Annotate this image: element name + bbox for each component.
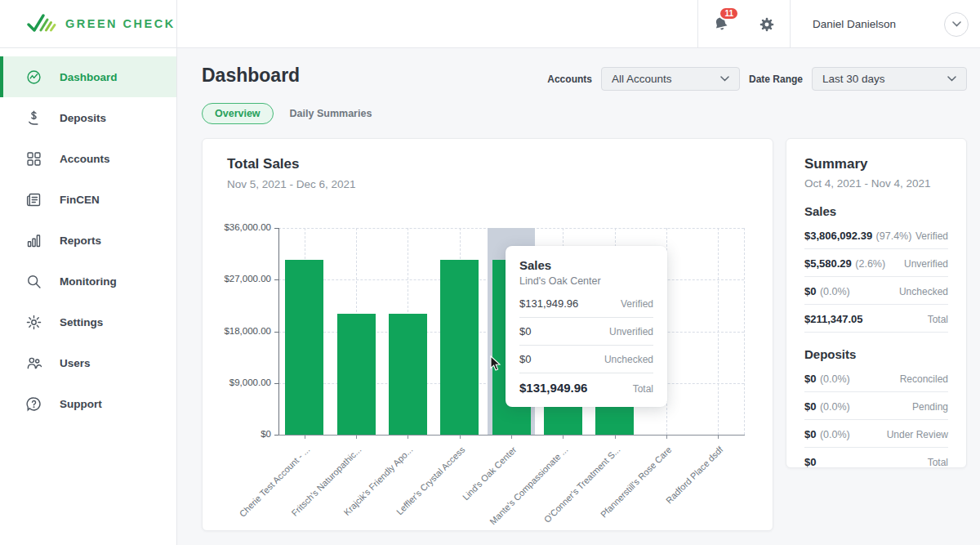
summary-row: $5,580.29 (2.6%) Unverified bbox=[804, 249, 948, 277]
y-axis-tick-label: $27,000.00 bbox=[203, 274, 271, 284]
y-axis-tick-label: $9,000.00 bbox=[203, 377, 271, 387]
y-axis-tick-label: $36,000.00 bbox=[203, 222, 271, 232]
summary-deposits-title: Deposits bbox=[804, 347, 948, 361]
v-gridline bbox=[744, 228, 745, 435]
x-axis-tick-label: Radford Place dsdf bbox=[626, 444, 725, 544]
x-axis-tick-label: Leffler's Crystal Access bbox=[368, 444, 467, 544]
bar-chart-icon bbox=[24, 231, 42, 249]
gear-icon bbox=[758, 16, 776, 34]
summary-sales-title: Sales bbox=[804, 204, 948, 218]
chevron-down-icon bbox=[936, 76, 956, 82]
sidebar-item-fincen[interactable]: FinCEN bbox=[0, 179, 176, 220]
notifications-button[interactable]: 11 bbox=[698, 0, 744, 48]
people-icon bbox=[24, 354, 42, 372]
user-menu[interactable]: Daniel Danielson bbox=[791, 0, 980, 48]
grid-icon bbox=[24, 150, 42, 168]
tooltip-account: Lind's Oak Center bbox=[519, 275, 653, 287]
y-axis-tick-label: $18,000.00 bbox=[203, 326, 271, 336]
gauge-icon bbox=[24, 68, 42, 86]
chart-date-range: Nov 5, 2021 - Dec 6, 2021 bbox=[227, 178, 356, 190]
tooltip-row: $131,949.96 Verified bbox=[519, 290, 653, 318]
gear-outline-icon bbox=[24, 313, 42, 331]
green-check-logo-icon bbox=[27, 13, 58, 34]
x-axis-tick-label: Pfannerstill's Rose Care bbox=[574, 444, 674, 544]
sidebar-item-deposits[interactable]: Deposits bbox=[0, 97, 176, 138]
brand-logo[interactable]: GREEN CHECK bbox=[0, 0, 176, 48]
chevron-down-icon bbox=[952, 21, 961, 27]
sidebar-item-reports[interactable]: Reports bbox=[0, 220, 176, 261]
sidebar-nav: Dashboard Deposits Accounts FinCEN bbox=[0, 48, 176, 424]
sidebar-item-monitoring[interactable]: Monitoring bbox=[0, 261, 176, 302]
dollar-icon bbox=[24, 109, 42, 127]
summary-total-row: $0 Total bbox=[804, 448, 948, 475]
y-axis-tick-label: $0 bbox=[203, 429, 271, 439]
x-axis-tick-label: Cherie Test Account - ... bbox=[212, 444, 312, 544]
bar-cherie-test-account-[interactable] bbox=[285, 260, 323, 435]
sidebar: GREEN CHECK Dashboard Deposits Accounts bbox=[0, 0, 177, 545]
tooltip-title: Sales bbox=[519, 258, 653, 272]
tab-daily-summaries[interactable]: Daily Summaries bbox=[290, 108, 372, 119]
summary-row: $0 (0.0%) Unchecked bbox=[804, 277, 948, 305]
summary-row: $3,806,092.39 (97.4%) Verified bbox=[804, 221, 948, 249]
tooltip-total-row: $131,949.96 Total bbox=[519, 373, 653, 402]
summary-card: Summary Oct 4, 2021 - Nov 4, 2021 Sales … bbox=[786, 138, 967, 468]
magnifier-icon bbox=[24, 272, 42, 290]
view-tabs: Overview Daily Summaries bbox=[202, 103, 372, 124]
x-axis-tick-label: O'Conner's Treatment S... bbox=[523, 444, 622, 544]
date-range-filter-label: Date Range bbox=[749, 74, 803, 85]
x-axis-tick-label: Mante's Compassionate ... bbox=[470, 444, 570, 544]
summary-row: $0 (0.0%) Under Review bbox=[804, 420, 948, 448]
date-range-select[interactable]: Last 30 days bbox=[812, 67, 967, 91]
sidebar-item-accounts[interactable]: Accounts bbox=[0, 138, 176, 179]
bar-krajcik-s-friendly-apo-[interactable] bbox=[389, 314, 427, 435]
app-window: 11 bbox=[0, 0, 980, 545]
x-axis-tick-label: Lind's Oak Center bbox=[419, 444, 519, 544]
sidebar-item-support[interactable]: Support bbox=[0, 383, 176, 424]
x-axis-line bbox=[278, 435, 745, 436]
sidebar-item-users[interactable]: Users bbox=[0, 342, 176, 383]
summary-title: Summary bbox=[804, 156, 948, 172]
mouse-cursor bbox=[490, 355, 503, 375]
v-gridline bbox=[718, 228, 719, 435]
page-title: Dashboard bbox=[202, 65, 300, 87]
document-icon bbox=[24, 190, 42, 208]
summary-row: $0 (0.0%) Pending bbox=[804, 392, 948, 420]
total-sales-chart-card: Total Sales Nov 5, 2021 - Dec 6, 2021 $0… bbox=[202, 138, 773, 531]
brand-name: GREEN CHECK bbox=[65, 17, 176, 30]
main-content: Dashboard Accounts All Accounts Date Ran… bbox=[177, 48, 980, 545]
tooltip-row: $0 Unchecked bbox=[519, 346, 653, 373]
chart-title: Total Sales bbox=[227, 156, 300, 172]
accounts-select[interactable]: All Accounts bbox=[601, 67, 740, 91]
x-axis-tick-label: Fritsch's Naturopathic... bbox=[264, 444, 363, 544]
tooltip-row: $0 Unverified bbox=[519, 318, 653, 346]
sidebar-item-dashboard[interactable]: Dashboard bbox=[0, 56, 176, 97]
chart-tooltip: Sales Lind's Oak Center $131,949.96 Veri… bbox=[506, 246, 667, 407]
accounts-filter-label: Accounts bbox=[547, 74, 592, 85]
user-menu-chevron-button[interactable] bbox=[944, 12, 969, 37]
tab-overview[interactable]: Overview bbox=[202, 103, 274, 124]
user-name: Daniel Danielson bbox=[813, 18, 896, 30]
summary-row: $0 (0.0%) Reconciled bbox=[804, 364, 948, 392]
chevron-down-icon bbox=[709, 76, 729, 82]
summary-total-row: $211,347.05 Total bbox=[804, 305, 948, 333]
question-bubble-icon bbox=[24, 395, 42, 413]
notification-badge: 11 bbox=[719, 7, 739, 20]
summary-date-range: Oct 4, 2021 - Nov 4, 2021 bbox=[804, 177, 948, 190]
sidebar-item-settings[interactable]: Settings bbox=[0, 302, 176, 342]
y-axis-line bbox=[278, 228, 279, 435]
x-axis-tick-label: Krajcik's Friendly Apo... bbox=[315, 444, 415, 544]
bar-fritsch-s-naturopathic-[interactable] bbox=[337, 314, 376, 435]
bar-leffler-s-crystal-access[interactable] bbox=[440, 260, 479, 435]
settings-gear-button[interactable] bbox=[744, 0, 790, 48]
dashboard-filters: Accounts All Accounts Date Range Last 30… bbox=[547, 67, 967, 91]
